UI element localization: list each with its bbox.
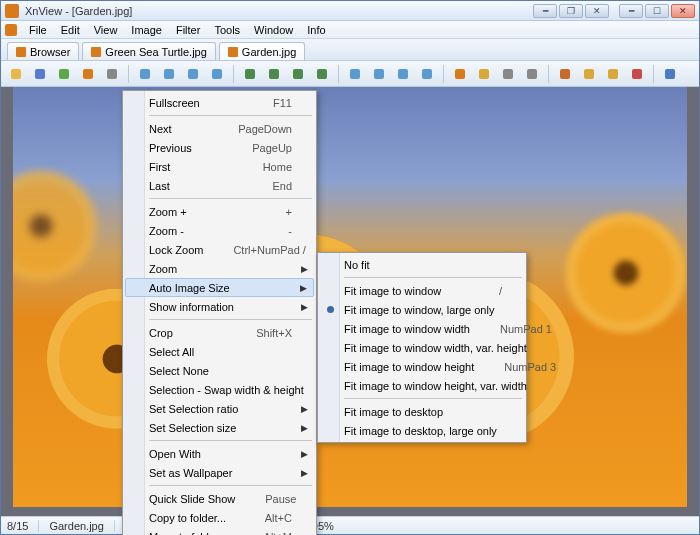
menu-item[interactable]: CropShift+X (125, 323, 314, 342)
menu-item[interactable]: Zoom▶ (125, 259, 314, 278)
tab-garden[interactable]: Garden.jpg (219, 42, 305, 60)
submenu-arrow-icon: ▶ (301, 264, 308, 274)
toolbar-next[interactable] (182, 64, 204, 84)
menu-item[interactable]: Quick Slide ShowPause (125, 489, 314, 508)
toolbar-zoom-100[interactable] (287, 64, 309, 84)
menu-item[interactable]: Zoom ++ (125, 202, 314, 221)
menu-item[interactable]: Show information▶ (125, 297, 314, 316)
menu-item[interactable]: Set Selection ratio▶ (125, 399, 314, 418)
titlebar[interactable]: XnView - [Garden.jpg] ━ ❐ ✕ ━ ☐ ✕ (1, 1, 699, 21)
svg-rect-9 (245, 69, 255, 79)
toolbar-prev[interactable] (158, 64, 180, 84)
tab-turtle[interactable]: Green Sea Turtle.jpg (82, 42, 216, 60)
toolbar-open[interactable] (5, 64, 27, 84)
menu-item[interactable]: Fit image to desktop, large only (320, 421, 524, 440)
menu-item[interactable]: Set as Wallpaper▶ (125, 463, 314, 482)
menu-item-label: Fullscreen (149, 97, 273, 109)
toolbar-next-file[interactable] (206, 64, 228, 84)
menu-view[interactable]: View (88, 22, 124, 38)
toolbar-rotate-cw[interactable] (416, 64, 438, 84)
toolbar-cut[interactable] (554, 64, 576, 84)
toolbar-slideshow[interactable] (53, 64, 75, 84)
menu-item-shortcut: Alt+C (265, 512, 292, 524)
menu-item[interactable]: LastEnd (125, 176, 314, 195)
menu-item-shortcut: + (286, 206, 292, 218)
toolbar-forward[interactable] (368, 64, 390, 84)
menu-window[interactable]: Window (248, 22, 299, 38)
menu-item[interactable]: Open With▶ (125, 444, 314, 463)
toolbar-zoom-in[interactable] (263, 64, 285, 84)
menu-item[interactable]: Fit image to window/ (320, 281, 524, 300)
statusbar: 8/15 Garden.jpg 504.32 KB 1024x768x24, 1… (1, 516, 699, 534)
menu-item[interactable]: Fit image to window width, var. height (320, 338, 524, 357)
menu-item[interactable]: Zoom -- (125, 221, 314, 240)
menu-edit[interactable]: Edit (55, 22, 86, 38)
menu-item[interactable]: Select None (125, 361, 314, 380)
menu-item[interactable]: Select All (125, 342, 314, 361)
minimize-button[interactable]: ━ (533, 4, 557, 18)
menu-item-label: Move to folder... (149, 531, 264, 536)
toolbar-print[interactable] (497, 64, 519, 84)
svg-rect-4 (107, 69, 117, 79)
menu-filter[interactable]: Filter (170, 22, 206, 38)
toolbar-options[interactable] (521, 64, 543, 84)
menu-item-label: Fit image to desktop, large only (344, 425, 527, 437)
toolbar-scan[interactable] (101, 64, 123, 84)
menu-item-shortcut: NumPad 1 (500, 323, 552, 335)
toolbar-copy[interactable] (578, 64, 600, 84)
menu-item[interactable]: Fit image to desktop (320, 402, 524, 421)
menu-tools[interactable]: Tools (208, 22, 246, 38)
menu-item[interactable]: NextPageDown (125, 119, 314, 138)
menu-item[interactable]: No fit (320, 255, 524, 274)
menu-item[interactable]: FullscreenF11 (125, 93, 314, 112)
context-menu[interactable]: FullscreenF11NextPageDownPreviousPageUpF… (122, 90, 317, 535)
tabstrip: Browser Green Sea Turtle.jpg Garden.jpg (1, 39, 699, 61)
toolbar-zoom-fit[interactable] (239, 64, 261, 84)
menu-item[interactable]: Lock ZoomCtrl+NumPad / (125, 240, 314, 259)
menu-image[interactable]: Image (125, 22, 168, 38)
close-inner-button[interactable]: ✕ (585, 4, 609, 18)
toolbar-fullscreen[interactable] (449, 64, 471, 84)
menu-item[interactable]: Fit image to window height, var. width (320, 376, 524, 395)
toolbar-zoom-out[interactable] (311, 64, 333, 84)
menu-item[interactable]: Copy to folder...Alt+C (125, 508, 314, 527)
toolbar-acquire[interactable] (473, 64, 495, 84)
menu-item[interactable]: FirstHome (125, 157, 314, 176)
toolbar-delete[interactable] (626, 64, 648, 84)
tab-browser[interactable]: Browser (7, 42, 79, 60)
menu-item-label: Set Selection ratio (149, 403, 292, 415)
close-button[interactable]: ✕ (671, 4, 695, 18)
submenu-arrow-icon: ▶ (301, 302, 308, 312)
toolbar-prev-file[interactable] (134, 64, 156, 84)
menu-item[interactable]: Fit image to window widthNumPad 1 (320, 319, 524, 338)
menu-item[interactable]: PreviousPageUp (125, 138, 314, 157)
menubar[interactable]: File Edit View Image Filter Tools Window… (1, 21, 699, 39)
menu-item[interactable]: Set Selection size▶ (125, 418, 314, 437)
svg-rect-15 (398, 69, 408, 79)
app-menu-icon[interactable] (5, 24, 17, 36)
menu-item[interactable]: Move to folder...Alt+M (125, 527, 314, 535)
toolbar-save[interactable] (29, 64, 51, 84)
minimize-outer-button[interactable]: ━ (619, 4, 643, 18)
submenu-auto-image-size[interactable]: No fitFit image to window/Fit image to w… (317, 252, 527, 443)
menu-item[interactable]: Selection - Swap width & heightTab (125, 380, 314, 399)
menu-item-label: Select None (149, 365, 292, 377)
menu-item[interactable]: Fit image to window heightNumPad 3 (320, 357, 524, 376)
restore-inner-button[interactable]: ❐ (559, 4, 583, 18)
maximize-button[interactable]: ☐ (645, 4, 669, 18)
menu-item[interactable]: Auto Image Size▶ (125, 278, 314, 297)
toolbar-help[interactable] (659, 64, 681, 84)
svg-rect-17 (455, 69, 465, 79)
toolbar-convert[interactable] (77, 64, 99, 84)
tab-label: Green Sea Turtle.jpg (105, 46, 207, 58)
toolbar-back[interactable] (344, 64, 366, 84)
menu-item-shortcut: PageDown (238, 123, 292, 135)
toolbar-paste[interactable] (602, 64, 624, 84)
toolbar-rotate-ccw[interactable] (392, 64, 414, 84)
menu-info[interactable]: Info (301, 22, 331, 38)
menu-item[interactable]: Fit image to window, large only (320, 300, 524, 319)
svg-rect-18 (479, 69, 489, 79)
svg-rect-19 (503, 69, 513, 79)
menu-file[interactable]: File (23, 22, 53, 38)
tab-label: Garden.jpg (242, 46, 296, 58)
